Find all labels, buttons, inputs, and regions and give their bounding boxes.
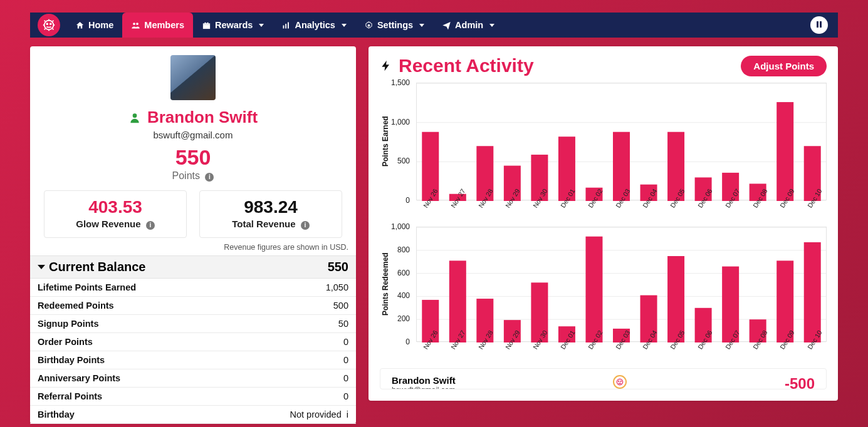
glow-revenue-card: 403.53 Glow Revenue i [44,190,187,238]
chart-ytick: 1,500 [391,78,414,87]
balance-row: BirthdayNot provided i [30,406,356,424]
balance-row-value: 0 [343,355,348,365]
total-revenue-label: Total Revenue i [205,219,337,230]
caret-down-icon [38,265,45,269]
chevron-down-icon [419,24,424,27]
chevron-down-icon [342,24,347,27]
pause-button[interactable] [810,16,828,34]
avatar [170,55,216,100]
svg-rect-12 [820,21,822,28]
chart-ytick: 400 [397,291,414,300]
member-name-text: Brandon Swift [147,108,258,127]
balance-row-key: Birthday Points [38,355,105,365]
svg-point-3 [133,23,135,25]
chart-xlabels: Nov 26Nov 27Nov 28Nov 29Nov 30Dec 01Dec … [415,200,827,208]
total-revenue-card: 983.24 Total Revenue i [199,190,342,238]
nav-home-label: Home [88,20,113,30]
members-icon [131,21,140,30]
chart-ytick: 0 [405,337,414,346]
bolt-icon [380,57,392,75]
chart-ytick: 500 [397,157,414,165]
balance-row-key: Referral Points [38,391,102,401]
logo-icon [42,18,56,32]
nav-members-label: Members [144,20,184,30]
chart-ytick: 1,000 [391,118,414,126]
chart-xlabels: Nov 26Nov 27Nov 28Nov 29Nov 30Dec 01Dec … [415,342,827,349]
revenue-row: 403.53 Glow Revenue i 983.24 Total Reven… [30,182,356,242]
nav-members[interactable]: Members [122,13,193,38]
glow-revenue-value: 403.53 [50,197,181,217]
chart-ytick: 0 [405,196,414,205]
nav-admin[interactable]: Admin [433,13,503,38]
points-earned-chart: Points Earned 05001,0001,500 Nov 26Nov 2… [380,83,827,208]
svg-rect-7 [283,25,285,28]
balance-rows: Lifetime Points Earned1,050Redeemed Poin… [30,279,356,424]
points-value: 550 [30,147,356,168]
gift-icon [202,21,211,30]
activity-title: Recent Activity [399,55,534,76]
balance-row-key: Birthday [38,409,75,419]
svg-point-56 [620,381,621,381]
chart-ytick: 600 [397,269,414,277]
info-icon[interactable]: i [347,409,348,419]
brand-logo[interactable] [38,14,60,36]
balance-row-key: Lifetime Points Earned [38,282,136,292]
chart-ytick: 800 [397,245,414,254]
svg-rect-5 [203,24,210,29]
glow-revenue-label: Glow Revenue i [50,219,181,230]
balance-row-value: 500 [333,301,348,311]
svg-rect-11 [817,21,818,28]
info-icon[interactable]: i [146,221,155,230]
balance-row-value: 0 [343,337,348,347]
home-icon [75,21,85,30]
svg-rect-6 [203,23,210,24]
chart-ytick: 200 [397,314,414,323]
pause-icon [816,21,822,30]
balance-row: Signup Points50 [30,315,356,333]
balance-header-label: Current Balance [49,260,146,274]
top-navbar: Home Members Rewards Analytics [30,13,838,38]
svg-point-0 [44,21,54,30]
balance-row-key: Signup Points [38,319,98,329]
svg-point-4 [136,23,139,25]
activity-item-email: bswuft@gmail.com [392,386,456,389]
total-revenue-value: 983.24 [205,197,337,217]
chart-yticks: 02004006008001,000 [391,227,416,342]
adjust-points-button[interactable]: Adjust Points [741,56,827,76]
balance-row: Referral Points0 [30,388,356,406]
nav-settings-label: Settings [377,20,413,30]
activity-item[interactable]: Brandon Swift bswuft@gmail.com -500 [380,368,827,389]
balance-row-value: 0 [343,391,348,401]
svg-rect-9 [288,22,289,28]
balance-row-value: 1,050 [326,282,348,292]
activity-item-name: Brandon Swift [392,375,456,386]
user-icon [128,111,141,125]
info-icon[interactable]: i [205,173,214,182]
total-revenue-label-text: Total Revenue [232,219,295,229]
nav-home[interactable]: Home [66,13,122,38]
nav-admin-label: Admin [455,20,483,30]
balance-header[interactable]: Current Balance 550 [30,255,356,279]
svg-point-55 [619,381,619,381]
main-nav: Home Members Rewards Analytics [66,13,503,38]
balance-row-key: Redeemed Points [38,301,114,311]
info-icon[interactable]: i [301,221,310,230]
balance-row-value: 0 [343,373,348,383]
nav-settings[interactable]: Settings [355,13,433,38]
activity-item-delta: -500 [785,375,815,389]
balance-row-key: Order Points [38,337,93,347]
svg-point-13 [133,113,137,118]
chart-ytick: 1,000 [391,222,414,231]
paper-plane-icon [442,21,451,30]
nav-analytics[interactable]: Analytics [273,13,355,38]
revenue-note: Revenue figures are shown in USD. [30,242,356,255]
balance-row: Anniversary Points0 [30,369,356,388]
balance-row: Redeemed Points500 [30,297,356,315]
svg-point-2 [50,23,51,24]
chart-yticks: 05001,0001,500 [391,83,416,200]
chart-icon [281,21,291,30]
nav-rewards[interactable]: Rewards [193,13,273,38]
activity-card: Recent Activity Adjust Points Points Ear… [369,46,838,401]
chart-canvas-earned [416,83,827,200]
points-label: Points i [30,170,356,182]
